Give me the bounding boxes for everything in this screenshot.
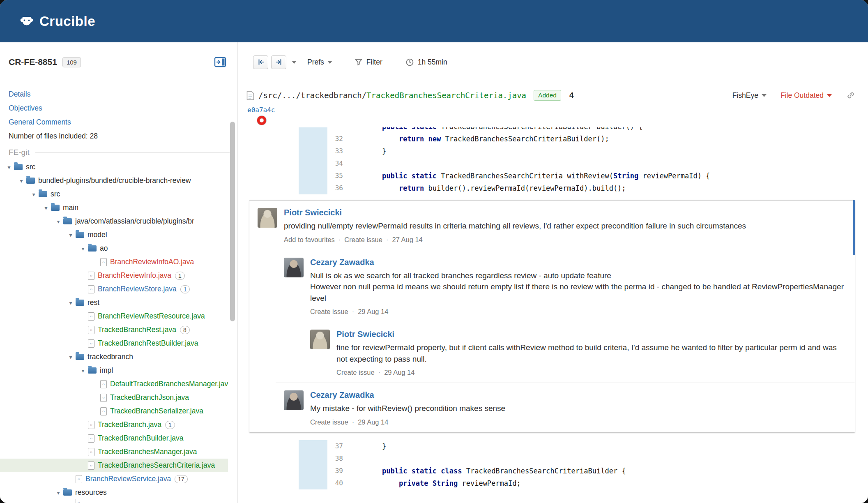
sidebar-scrollbar[interactable] [230,122,235,321]
line-number[interactable]: 35 [327,170,344,182]
tree-label: TrackedBranchesManager.java [98,448,197,456]
expand-arrow-icon[interactable]: ▾ [53,218,63,225]
tree-file[interactable]: ‹›BranchReviewInfoAO.java [0,255,228,269]
tree-folder[interactable]: ▾impl [0,364,228,377]
line-number[interactable]: 38 [327,452,344,465]
line-number[interactable]: 33 [327,145,344,157]
tree-file[interactable]: ‹›TrackedBranchesManager.java [0,445,228,459]
permalink-chain-icon[interactable] [846,90,856,100]
tree-label: BranchReviewRestResource.java [98,312,205,321]
file-path[interactable]: /src/.../trackedbranch/TrackedBranchesSe… [258,91,526,100]
unread-indicator-bar [853,200,855,255]
code-text: } [344,145,386,157]
sidebar-link-general-comments[interactable]: General Comments [9,115,71,129]
tree-label: model [87,231,107,239]
tree-label: TrackedBranch.java [98,420,161,429]
tree-file[interactable]: ‹›BranchReviewRestResource.java [0,309,228,323]
file-status-badge: Added [534,90,561,101]
tree-file[interactable]: ‹›TrackedBranchSerializer.java [0,404,228,418]
commit-hash-link[interactable]: e0a7a4c [247,106,275,114]
brand-title[interactable]: Crucible [39,14,95,29]
filter-menu[interactable]: Filter [355,58,382,67]
comment-author[interactable]: Piotr Swiecicki [284,208,342,217]
folder-icon [63,489,72,496]
prefs-caret-icon [327,61,332,64]
line-number[interactable]: 40 [327,477,344,489]
tree-label: main [63,203,78,212]
added-line-gutter [299,133,327,145]
expand-arrow-icon[interactable]: ▾ [78,367,88,374]
tree-folder[interactable]: ▾main [0,201,228,215]
tree-file[interactable]: ‹›TrackedBranchesSearchCriteria.java [0,459,228,472]
code-line: 34 [237,157,868,170]
create-issue-link[interactable]: Create issue [344,236,382,244]
add-to-favourites-link[interactable]: Add to favourites [284,236,335,244]
line-number[interactable]: 36 [327,182,344,194]
tree-file[interactable]: ‹›BranchReviewService.java17 [0,472,228,486]
comment-author[interactable]: Cezary Zawadka [310,258,374,267]
folder-icon [26,178,35,184]
tree-file[interactable]: ‹›TrackedBranchRestBuilder.java [0,337,228,350]
footer-separator: · [352,418,355,426]
tree-file[interactable]: ‹›TrackedBranchRest.java8 [0,323,228,337]
expand-arrow-icon[interactable]: ▾ [4,164,14,171]
tree-file[interactable]: ‹›BranchReviewInfo.java1 [0,269,228,282]
fisheye-menu[interactable]: FishEye [732,91,767,100]
tree-file[interactable]: ‹›BranchReviewStore.java1 [0,282,228,296]
comment: Cezary ZawadkaMy mistake - for withRevie… [276,383,855,432]
avatar[interactable] [284,390,304,410]
prefs-menu[interactable]: Prefs [307,58,332,67]
tree-folder[interactable]: ▾resources [0,486,228,499]
old-revision-gutter [237,440,299,452]
expand-arrow-icon[interactable]: ▾ [66,232,76,238]
tree-folder[interactable]: ▾ao [0,242,228,255]
sidebar-link-objectives[interactable]: Objectives [9,101,42,115]
expand-arrow-icon[interactable]: ▾ [66,300,76,306]
previous-file-button[interactable] [253,55,268,69]
expand-arrow-icon[interactable]: ▾ [41,205,51,211]
tree-folder[interactable]: ▾src [0,187,228,201]
tree-folder[interactable]: ▾java/com/atlassian/crucible/plugins/br [0,215,228,228]
tree-file[interactable]: ‹›TrackedBranch.java1 [0,418,228,431]
code-line: 32 return new TrackedBranchesSearchCrite… [237,133,868,145]
avatar[interactable] [310,330,330,349]
crucible-logo-icon[interactable] [19,14,35,29]
code-line: 33 } [237,145,868,157]
create-issue-link[interactable]: Create issue [310,418,348,426]
expand-arrow-icon[interactable]: ▾ [66,354,76,360]
file-outdated-menu[interactable]: File Outdated [781,91,832,100]
tree-file[interactable]: ‹›TrackedBranchBuilder.java [0,431,228,445]
avatar[interactable] [284,258,304,277]
line-number[interactable] [327,127,344,133]
tree-folder[interactable]: ▾model [0,228,228,242]
expand-arrow-icon[interactable]: ▾ [16,178,26,184]
create-issue-link[interactable]: Create issue [310,308,348,316]
tree-folder[interactable]: ▾src [0,160,228,174]
expand-arrow-icon[interactable]: ▾ [78,245,88,252]
comment-author[interactable]: Cezary Zawadka [310,390,374,400]
sidebar-link-details[interactable]: Details [9,87,31,101]
line-number[interactable]: 34 [327,157,344,170]
tree-folder[interactable]: ▾bundled-plugins/bundled/crucible-branch… [0,174,228,187]
comment-text: My mistake - for withReview() preconditi… [310,403,505,414]
line-number[interactable]: 32 [327,133,344,145]
tree-folder[interactable]: ▾rest [0,296,228,309]
added-line-gutter [299,440,327,452]
java-file-icon: ‹› [76,475,82,483]
avatar[interactable] [258,208,277,228]
tree-label: TrackedBranchRest.java [98,325,176,334]
old-revision-gutter [237,452,299,465]
tree-file[interactable]: ‹›DefaultTrackedBranchesManager.java [0,377,228,391]
expand-arrow-icon[interactable]: ▾ [53,489,63,496]
file-nav-dropdown-icon[interactable] [292,61,297,64]
next-file-button[interactable] [271,55,286,69]
tree-file[interactable]: ‹› [0,499,228,503]
collapse-sidebar-icon[interactable] [214,57,226,67]
tree-file[interactable]: ‹›TrackedBranchJson.java [0,391,228,404]
line-number[interactable]: 39 [327,465,344,477]
expand-arrow-icon[interactable]: ▾ [29,191,39,198]
comment-author[interactable]: Piotr Swiecicki [336,330,394,339]
create-issue-link[interactable]: Create issue [336,369,375,376]
line-number[interactable]: 37 [327,440,344,452]
tree-folder[interactable]: ▾trackedbranch [0,350,228,364]
